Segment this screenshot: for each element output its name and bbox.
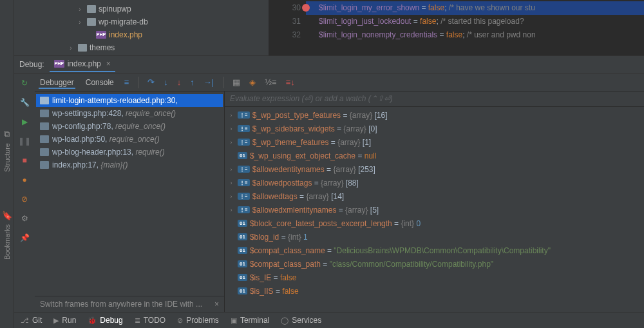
line-number[interactable]: 30 <box>269 1 301 15</box>
structure-tool[interactable]: ⧉ Structure <box>3 129 11 172</box>
variable-row[interactable]: ›⋮≡ $allowedposttags = {array} [88] <box>225 176 644 189</box>
threads-icon[interactable]: ≡ <box>124 77 129 87</box>
pin-button[interactable]: 📌 <box>19 232 30 244</box>
mute-breakpoints-button[interactable]: ⊘ <box>19 193 30 205</box>
stop-button[interactable]: ■ <box>19 155 30 166</box>
settings-button[interactable]: 🔧 <box>19 97 30 108</box>
code-editor[interactable]: 303132 $limit_login_my_error_shown = fal… <box>269 0 644 55</box>
bug-icon: 🐞 <box>88 316 97 325</box>
project-tree[interactable]: ›spinupwp›wp-migrate-dbPHPindex.php›them… <box>14 0 269 55</box>
step-into-icon[interactable]: ↓ <box>164 77 168 87</box>
evaluate-icon[interactable]: ▦ <box>232 77 240 87</box>
debug-panes: limit-login-attempts-reloaded.php:30,wp-… <box>35 92 644 312</box>
var-type-badge: ⋮≡ <box>238 111 250 119</box>
sort-icon[interactable]: ½≡ <box>265 77 276 87</box>
folder-icon <box>87 5 96 13</box>
run-to-cursor-icon[interactable]: →| <box>204 77 214 87</box>
services-tool[interactable]: ◯Services <box>281 316 321 325</box>
filter-icon[interactable]: ≡↓ <box>286 77 295 87</box>
stack-frame[interactable]: wp-settings.php:428, require_once() <box>36 107 223 120</box>
expand-icon[interactable]: › <box>227 112 235 119</box>
tree-row[interactable]: ›wp-migrate-db <box>14 15 269 28</box>
variable-row[interactable]: ›⋮≡ $allowedtags = {array} [14] <box>225 189 644 203</box>
debug-body: ↻ 🔧 ▶ ❚❚ ■ ● ⊘ ⚙ 📌 Debugger Console ≡ ↷ … <box>14 73 644 312</box>
variable-row[interactable]: ›⋮≡ $_wp_sidebars_widgets = {array} [0] <box>225 122 644 135</box>
step-out-icon[interactable]: ↑ <box>190 77 194 87</box>
variable-row[interactable]: ›⋮≡ $allowedxmlentitynames = {array} [5] <box>225 203 644 217</box>
variable-value: $_wp_post_type_features = {array} [16] <box>252 111 388 120</box>
expand-icon[interactable]: › <box>227 126 235 132</box>
bookmarks-tool[interactable]: 🔖 Bookmarks <box>2 211 12 260</box>
play-icon: ▶ <box>53 316 59 325</box>
close-hint-icon[interactable]: × <box>214 300 219 309</box>
variable-row[interactable]: 01 $block_core_latest_posts_excerpt_leng… <box>225 217 644 230</box>
breakpoint-icon[interactable] <box>302 4 310 12</box>
pause-button[interactable]: ❚❚ <box>19 135 30 147</box>
variable-value: $is_IIS = false <box>250 287 299 296</box>
close-icon[interactable]: × <box>106 59 111 68</box>
expand-icon[interactable]: › <box>227 166 235 173</box>
console-tab[interactable]: Console <box>84 76 115 89</box>
tree-row[interactable]: ›themes <box>14 41 269 54</box>
expand-icon[interactable]: › <box>227 180 235 186</box>
stack-frame[interactable]: limit-login-attempts-reloaded.php:30, <box>36 94 223 107</box>
var-type-badge: 01 <box>238 233 247 240</box>
frame-icon <box>40 122 49 130</box>
variable-row[interactable]: 01 $is_IIS = false <box>225 284 644 298</box>
expand-icon[interactable]: › <box>227 193 235 200</box>
resume-button[interactable]: ▶ <box>19 116 30 128</box>
step-over-icon[interactable]: ↷ <box>147 77 155 87</box>
main-area: ›spinupwp›wp-migrate-dbPHPindex.php›them… <box>14 0 644 328</box>
git-tool[interactable]: ⎇Git <box>21 316 42 325</box>
watch-input[interactable]: Evaluate expression (⏎) or add a watch (… <box>225 92 644 107</box>
chevron-icon: › <box>66 44 75 52</box>
frame-icon <box>40 135 49 143</box>
variables-list[interactable]: ›⋮≡ $_wp_post_type_features = {array} [1… <box>225 107 644 312</box>
stack-frame[interactable]: wp-blog-header.php:13, require() <box>36 146 223 159</box>
variable-row[interactable]: ›⋮≡ $_wp_post_type_features = {array} [1… <box>225 108 644 122</box>
bookmark-icon: 🔖 <box>2 211 12 220</box>
run-tool[interactable]: ▶Run <box>53 316 76 325</box>
debug-toolbar: Debugger Console ≡ ↷ ↓ ↓ ↑ →| ▦ ◈ ½≡ ≡↓ <box>35 73 644 92</box>
line-number[interactable]: 32 <box>269 28 301 42</box>
problems-tool[interactable]: ⊘Problems <box>177 316 219 325</box>
variable-row[interactable]: ›⋮≡ $allowedentitynames = {array} [253] <box>225 162 644 176</box>
trace-icon[interactable]: ◈ <box>249 77 256 87</box>
variable-value: $block_core_latest_posts_excerpt_length … <box>250 219 421 228</box>
view-breakpoints-button[interactable]: ● <box>19 174 30 186</box>
debug-tool[interactable]: 🐞Debug <box>88 316 122 325</box>
services-icon: ◯ <box>281 316 289 325</box>
code-line[interactable]: $limit_login_just_lockedout = false; /* … <box>306 15 644 28</box>
expand-icon[interactable]: › <box>227 139 235 146</box>
expand-icon[interactable]: › <box>227 207 235 213</box>
variable-row[interactable]: 01 $compat_class_path = "class/Common/Co… <box>225 257 644 271</box>
terminal-tool[interactable]: ▣Terminal <box>231 316 269 325</box>
todo-tool[interactable]: ≣TODO <box>135 316 166 325</box>
debug-session-tab[interactable]: PHP index.php × <box>50 57 115 72</box>
variable-value: $_wp_theme_features = {array} [1] <box>252 138 372 147</box>
frame-text: index.php:17, {main}() <box>52 160 128 169</box>
var-type-badge: ⋮≡ <box>238 179 250 186</box>
variable-row[interactable]: 01 $is_IE = false <box>225 271 644 284</box>
more-settings-button[interactable]: ⚙ <box>19 213 30 224</box>
stack-frame[interactable]: wp-load.php:50, require_once() <box>36 133 223 146</box>
variable-row[interactable]: 01 $compat_class_name = "DeliciousBrains… <box>225 244 644 257</box>
line-number[interactable]: 31 <box>269 15 301 28</box>
frame-icon <box>40 148 49 156</box>
variable-row[interactable]: 01 $_wp_using_ext_object_cache = null <box>225 149 644 162</box>
variable-row[interactable]: 01 $blog_id = {int} 1 <box>225 230 644 244</box>
debugger-tab[interactable]: Debugger <box>39 76 75 89</box>
structure-icon: ⧉ <box>4 129 10 139</box>
var-type-badge: ⋮≡ <box>238 166 250 173</box>
code-line[interactable]: $limit_login_nonempty_credentials = fals… <box>306 28 644 42</box>
tree-row[interactable]: ›spinupwp <box>14 3 269 15</box>
variable-row[interactable]: ›⋮≡ $_wp_theme_features = {array} [1] <box>225 135 644 149</box>
tree-row[interactable]: PHPindex.php <box>14 28 269 41</box>
rerun-button[interactable]: ↻ <box>19 77 30 89</box>
force-step-into-icon[interactable]: ↓ <box>177 77 182 87</box>
frames-list[interactable]: limit-login-attempts-reloaded.php:30,wp-… <box>35 92 224 296</box>
stack-frame[interactable]: wp-config.php:78, require_once() <box>36 120 223 133</box>
stack-frame[interactable]: index.php:17, {main}() <box>36 159 223 171</box>
frame-text: wp-load.php:50, require_once() <box>52 135 160 144</box>
code-line[interactable]: $limit_login_my_error_shown = false; /* … <box>306 1 644 15</box>
